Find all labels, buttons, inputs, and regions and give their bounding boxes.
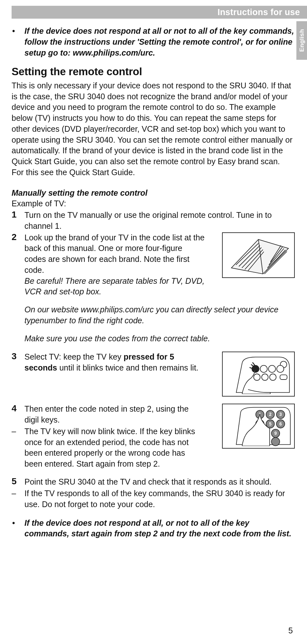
step-number: 2 [12, 232, 24, 344]
header-title: Instructions for use [218, 6, 300, 18]
svg-point-5 [254, 374, 260, 380]
step-number: 5 [12, 477, 24, 487]
svg-point-18 [271, 438, 280, 446]
step-2-text-a: Look up the brand of your TV in the code… [24, 232, 205, 276]
svg-text:6: 6 [279, 422, 282, 426]
step-2: 2 Look up the brand of your TV in the co… [12, 232, 294, 344]
bottom-note-text: If the device does not respond at all, o… [24, 518, 294, 540]
step-4-group: 4 Then enter the code noted in step 2, u… [12, 404, 294, 470]
dash-marker: – [12, 426, 24, 470]
page-number: 5 [288, 625, 293, 636]
remote-press-icon [225, 354, 292, 394]
step-5-dash-text: If the TV responds to all of the key com… [24, 488, 294, 510]
step-5-text: Point the SRU 3040 at the TV and check t… [24, 477, 294, 487]
section-intro: This is only necessary if your device do… [12, 80, 294, 178]
top-note-bullet: • If the device does not respond at all … [12, 26, 294, 58]
section-title: Setting the remote control [12, 65, 294, 79]
svg-text:5: 5 [269, 422, 272, 426]
manual-subheading: Manually setting the remote control [12, 188, 294, 199]
step-5: 5 Point the SRU 3040 at the TV and check… [12, 477, 294, 487]
header-bar: Instructions for use [12, 6, 307, 19]
svg-point-7 [270, 374, 276, 380]
step-1-text: Turn on the TV manually or use the origi… [24, 210, 294, 232]
svg-text:2: 2 [269, 412, 272, 417]
top-note-text: If the device does not respond at all or… [24, 26, 294, 58]
svg-text:9: 9 [274, 431, 277, 436]
remote-tvkey-illustration [222, 352, 295, 397]
dash-marker: – [12, 488, 24, 510]
remote-digits-icon: 123 456 89 0 [225, 406, 292, 446]
svg-text:3: 3 [279, 412, 282, 417]
step-2-text-c: On our website www.philips.com/urc you c… [24, 304, 294, 326]
step-3: 3 Select TV: keep the TV key pressed for… [12, 352, 294, 400]
svg-point-6 [262, 374, 268, 380]
step-3-text: Select TV: keep the TV key pressed for 5… [24, 352, 205, 400]
step-4-text: Then enter the code noted in step 2, usi… [24, 404, 205, 425]
codebook-icon [225, 235, 292, 275]
step-4-dash-text: The TV key will now blink twice. If the … [24, 426, 205, 470]
example-line: Example of TV: [12, 198, 294, 209]
svg-point-4 [277, 365, 284, 372]
step-number: 3 [12, 352, 24, 400]
bullet-dot-icon: • [12, 518, 24, 540]
language-label: English [298, 29, 306, 52]
codebook-illustration [222, 232, 295, 278]
step-2-text-d: Make sure you use the codes from the cor… [24, 333, 294, 344]
svg-point-2 [260, 365, 267, 372]
svg-rect-8 [280, 375, 287, 380]
bottom-note-bullet: • If the device does not respond at all,… [12, 518, 294, 540]
step-number: 4 [12, 404, 24, 425]
step-1: 1 Turn on the TV manually or use the ori… [12, 210, 294, 232]
remote-digitkey-illustration: 123 456 89 0 [222, 404, 295, 449]
step-2-text-b: Be careful! There are separate tables fo… [24, 276, 205, 298]
step-3-prefix: Select TV: keep the TV key [24, 352, 124, 361]
language-tab: English [296, 21, 307, 60]
bullet-dot-icon: • [12, 26, 24, 58]
step-number: 1 [12, 210, 24, 232]
svg-point-3 [268, 365, 275, 372]
step-5-dash: – If the TV responds to all of the key c… [12, 488, 294, 510]
step-3-suffix: until it blinks twice and then remains l… [57, 363, 198, 372]
page-content: • If the device does not respond at all … [12, 26, 294, 539]
